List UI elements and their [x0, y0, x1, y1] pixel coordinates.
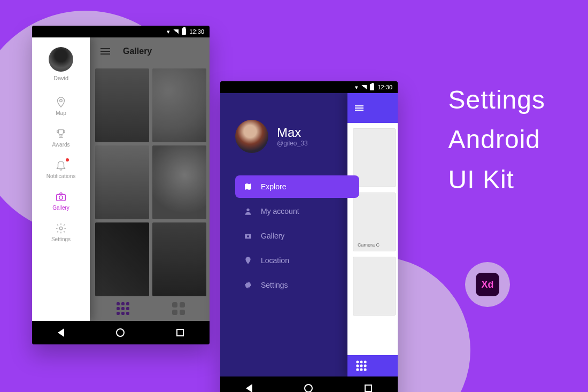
phone-gallery: ▾ 12:30 Gallery [32, 26, 210, 344]
drawer-item-settings[interactable]: Settings [32, 217, 90, 249]
drawer-username: David [53, 75, 68, 81]
status-time: 12:30 [189, 28, 204, 35]
drawer-item-settings[interactable]: Settings [235, 274, 359, 296]
content-card[interactable]: Camera C [353, 193, 396, 251]
gear-icon [244, 281, 252, 289]
map-icon [244, 182, 252, 191]
xd-badge: Xd [465, 262, 510, 307]
promo-stage: Settings Android UI Kit Xd ▾ 12:30 Galle… [0, 0, 588, 392]
signal-icon [361, 85, 367, 89]
drawer-item-account[interactable]: My account [235, 200, 359, 222]
status-bar: ▾ 12:30 [220, 81, 398, 93]
content-card[interactable] [353, 257, 396, 316]
drawer-item-explore[interactable]: Explore [235, 175, 359, 198]
drawer-item-label: Notifications [47, 173, 75, 179]
android-nav-bar [220, 376, 398, 392]
phone-drawer-dark: ▾ 12:30 Camera C [220, 81, 398, 392]
drawer-item-awards[interactable]: Awards [32, 122, 90, 154]
nav-back-icon[interactable] [58, 328, 64, 337]
svg-point-2 [59, 196, 63, 199]
person-icon [244, 207, 252, 216]
drawer-item-label: Settings [261, 281, 288, 289]
nav-recent-icon[interactable] [365, 385, 372, 392]
drawer-item-map[interactable]: Map [32, 91, 90, 122]
svg-rect-1 [57, 194, 66, 201]
drawer-username: Max [277, 126, 308, 140]
drawer-light: David Map Awards Notifications Gallery [32, 37, 90, 321]
svg-point-3 [59, 227, 63, 230]
xd-badge-label: Xd [476, 273, 499, 296]
drawer-item-label: Gallery [261, 232, 284, 240]
drawer-item-gallery[interactable]: Gallery [32, 186, 90, 217]
drawer-item-label: My account [261, 207, 299, 216]
status-time: 12:30 [377, 84, 392, 90]
avatar [235, 120, 268, 153]
drawer-item-label: Awards [52, 142, 69, 148]
battery-icon [182, 28, 186, 35]
drawer-item-gallery[interactable]: Gallery [235, 225, 359, 247]
wifi-icon: ▾ [167, 28, 170, 35]
drawer-item-label: Explore [261, 182, 286, 191]
notification-dot-icon [66, 158, 69, 162]
headline-line: Android [448, 120, 545, 159]
svg-point-0 [60, 99, 63, 102]
pin-icon [244, 256, 252, 265]
avatar[interactable] [49, 47, 73, 72]
card-label: Camera C [358, 242, 380, 248]
nav-home-icon[interactable] [116, 328, 125, 337]
drawer-item-label: Settings [51, 236, 71, 242]
content-card[interactable] [353, 128, 396, 187]
drawer-user-handle: @gileo_33 [277, 140, 308, 147]
camera-icon [55, 191, 67, 203]
gear-icon [55, 222, 67, 234]
android-nav-bar [32, 321, 210, 344]
pin-icon [55, 96, 67, 108]
svg-point-4 [246, 209, 249, 211]
drawer-item-location[interactable]: Location [235, 249, 359, 272]
drawer-item-label: Location [261, 256, 289, 265]
headline-line: Settings [448, 80, 545, 120]
drawer-item-label: Map [56, 110, 66, 116]
battery-icon [370, 84, 374, 90]
signal-icon [173, 29, 179, 34]
camera-icon [244, 232, 252, 240]
nav-back-icon[interactable] [246, 384, 252, 392]
drawer-item-label: Gallery [52, 205, 69, 211]
svg-point-6 [247, 235, 249, 237]
nav-recent-icon[interactable] [176, 329, 184, 336]
status-bar: ▾ 12:30 [32, 26, 210, 37]
headline: Settings Android UI Kit [448, 80, 545, 199]
drawer-user[interactable]: Max @gileo_33 [235, 120, 359, 153]
headline-line: UI Kit [448, 160, 545, 199]
nav-home-icon[interactable] [304, 384, 313, 392]
bell-icon [55, 159, 67, 171]
drawer-item-notifications[interactable]: Notifications [32, 154, 90, 186]
wifi-icon: ▾ [355, 84, 358, 91]
trophy-icon [55, 128, 67, 140]
drawer-dark: Max @gileo_33 Explore My account [220, 93, 359, 376]
